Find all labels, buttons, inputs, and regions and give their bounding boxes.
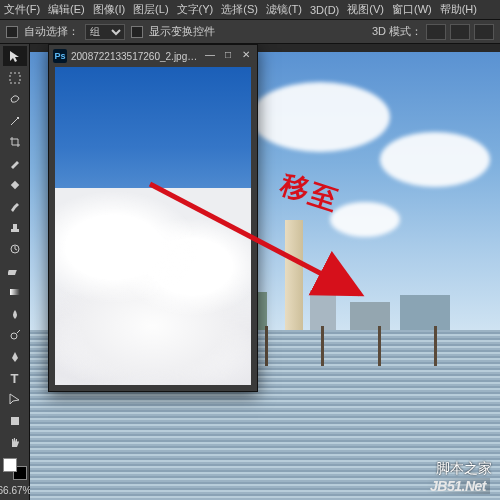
svg-rect-0 [10, 73, 20, 83]
menu-3d[interactable]: 3D(D) [310, 4, 339, 16]
3d-button-3[interactable] [474, 24, 494, 40]
minimize-button[interactable]: — [203, 49, 217, 63]
menu-image[interactable]: 图像(I) [93, 2, 125, 17]
cloud-shape [380, 132, 490, 187]
canvas-area[interactable]: Ps 2008722133517260_2.jpg @ 66.7%(RGB/8#… [30, 44, 500, 500]
watermark-text-2: JB51.Net [426, 478, 490, 494]
close-button[interactable]: ✕ [239, 49, 253, 63]
svg-rect-4 [10, 289, 20, 295]
3d-button-2[interactable] [450, 24, 470, 40]
auto-select-checkbox[interactable] [6, 26, 18, 38]
cloud-shape [250, 82, 390, 152]
ps-app-icon: Ps [53, 49, 67, 63]
heal-tool[interactable] [3, 175, 27, 195]
wand-tool[interactable] [3, 110, 27, 130]
fg-color[interactable] [3, 458, 17, 472]
gradient-tool[interactable] [3, 282, 27, 302]
menu-edit[interactable]: 编辑(E) [48, 2, 85, 17]
move-tool[interactable] [3, 46, 27, 66]
brush-tool[interactable] [3, 196, 27, 216]
svg-rect-3 [8, 270, 17, 275]
menu-select[interactable]: 选择(S) [221, 2, 258, 17]
type-tool[interactable]: T [3, 368, 27, 388]
show-transform-label: 显示变换控件 [149, 24, 215, 39]
workspace: T 66.67% [0, 44, 500, 500]
blur-tool[interactable] [3, 303, 27, 323]
float-title: 2008722133517260_2.jpg @ 66.7%(RGB/8#) [71, 51, 199, 62]
3d-button-1[interactable] [426, 24, 446, 40]
svg-rect-6 [11, 417, 19, 425]
hand-tool[interactable] [3, 432, 27, 452]
marquee-tool[interactable] [3, 67, 27, 87]
menubar: 文件(F) 编辑(E) 图像(I) 图层(L) 文字(Y) 选择(S) 滤镜(T… [0, 0, 500, 20]
dodge-tool[interactable] [3, 325, 27, 345]
svg-rect-1 [10, 181, 18, 189]
building [400, 295, 450, 330]
float-titlebar[interactable]: Ps 2008722133517260_2.jpg @ 66.7%(RGB/8#… [49, 45, 257, 67]
menu-view[interactable]: 视图(V) [347, 2, 384, 17]
eyedropper-tool[interactable] [3, 153, 27, 173]
auto-select-dropdown[interactable]: 组 [85, 24, 125, 40]
menu-file[interactable]: 文件(F) [4, 2, 40, 17]
history-brush-tool[interactable] [3, 239, 27, 259]
stamp-tool[interactable] [3, 218, 27, 238]
lasso-tool[interactable] [3, 89, 27, 109]
pen-tool[interactable] [3, 346, 27, 366]
menu-filter[interactable]: 滤镜(T) [266, 2, 302, 17]
show-transform-checkbox[interactable] [131, 26, 143, 38]
maximize-button[interactable]: □ [221, 49, 235, 63]
path-tool[interactable] [3, 389, 27, 409]
watermark-text-1: 脚本之家 [436, 460, 492, 478]
menu-layer[interactable]: 图层(L) [133, 2, 168, 17]
menu-window[interactable]: 窗口(W) [392, 2, 432, 17]
crop-tool[interactable] [3, 132, 27, 152]
mode-3d-label: 3D 模式： [372, 24, 422, 39]
color-swatch[interactable] [3, 458, 27, 480]
annotation-arrow [140, 154, 390, 334]
options-bar: 自动选择： 组 显示变换控件 3D 模式： [0, 20, 500, 44]
menu-help[interactable]: 帮助(H) [440, 2, 477, 17]
auto-select-label: 自动选择： [24, 24, 79, 39]
eraser-tool[interactable] [3, 261, 27, 281]
toolbox: T 66.67% [0, 44, 30, 500]
menu-text[interactable]: 文字(Y) [177, 2, 214, 17]
zoom-level[interactable]: 66.67% [0, 481, 31, 500]
shape-tool[interactable] [3, 411, 27, 431]
svg-point-5 [11, 333, 17, 339]
